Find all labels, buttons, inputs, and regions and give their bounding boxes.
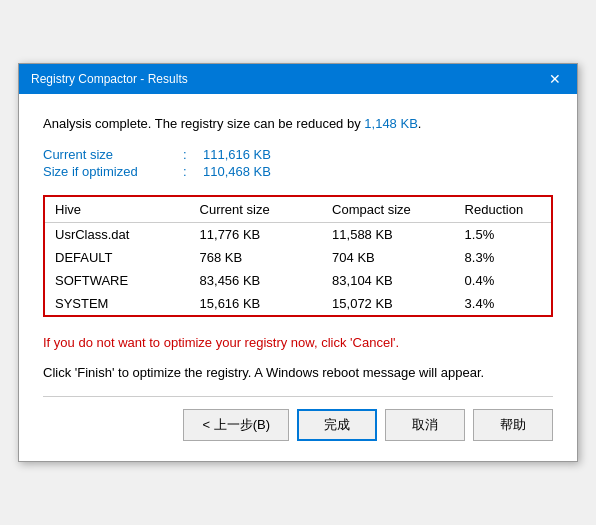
close-button[interactable]: ✕	[545, 69, 565, 89]
table-row: UsrClass.dat 11,776 KB 11,588 KB 1.5%	[45, 223, 551, 247]
button-bar: < 上一步(B) 完成 取消 帮助	[43, 409, 553, 445]
table-row: SOFTWARE 83,456 KB 83,104 KB 0.4%	[45, 269, 551, 292]
current-size-value: 111,616 KB	[203, 147, 271, 162]
current-cell: 11,776 KB	[190, 223, 323, 247]
note-block: If you do not want to optimize your regi…	[43, 333, 553, 382]
compact-cell: 15,072 KB	[322, 292, 455, 315]
reduction-cell: 8.3%	[455, 246, 551, 269]
current-size-label: Current size	[43, 147, 183, 162]
optimized-size-value: 110,468 KB	[203, 164, 271, 179]
reduction-cell: 3.4%	[455, 292, 551, 315]
optimized-size-colon: :	[183, 164, 203, 179]
back-button[interactable]: < 上一步(B)	[183, 409, 289, 441]
content-area: Analysis complete. The registry size can…	[19, 94, 577, 462]
current-cell: 83,456 KB	[190, 269, 323, 292]
compact-cell: 83,104 KB	[322, 269, 455, 292]
hive-table-container: Hive Current size Compact size Reduction…	[43, 195, 553, 317]
analysis-text: Analysis complete. The registry size can…	[43, 114, 553, 134]
cancel-note: If you do not want to optimize your regi…	[43, 333, 553, 353]
reduction-cell: 1.5%	[455, 223, 551, 247]
compact-cell: 704 KB	[322, 246, 455, 269]
current-size-colon: :	[183, 147, 203, 162]
reduction-cell: 0.4%	[455, 269, 551, 292]
optimized-size-row: Size if optimized : 110,468 KB	[43, 164, 553, 179]
table-row: DEFAULT 768 KB 704 KB 8.3%	[45, 246, 551, 269]
hive-table: Hive Current size Compact size Reduction…	[45, 197, 551, 315]
finish-button[interactable]: 完成	[297, 409, 377, 441]
hive-cell: SYSTEM	[45, 292, 190, 315]
current-size-row: Current size : 111,616 KB	[43, 147, 553, 162]
help-button[interactable]: 帮助	[473, 409, 553, 441]
window: Registry Compactor - Results ✕ Analysis …	[18, 63, 578, 463]
col-current-header: Current size	[190, 197, 323, 223]
col-compact-header: Compact size	[322, 197, 455, 223]
finish-note: Click 'Finish' to optimize the registry.…	[43, 363, 553, 383]
info-block: Current size : 111,616 KB Size if optimi…	[43, 147, 553, 179]
title-bar: Registry Compactor - Results ✕	[19, 64, 577, 94]
analysis-suffix: .	[418, 116, 422, 131]
col-reduction-header: Reduction	[455, 197, 551, 223]
analysis-prefix: Analysis complete. The registry size can…	[43, 116, 364, 131]
window-title: Registry Compactor - Results	[31, 72, 188, 86]
analysis-highlight: 1,148 KB	[364, 116, 418, 131]
optimized-size-label: Size if optimized	[43, 164, 183, 179]
hive-cell: SOFTWARE	[45, 269, 190, 292]
current-cell: 768 KB	[190, 246, 323, 269]
table-row: SYSTEM 15,616 KB 15,072 KB 3.4%	[45, 292, 551, 315]
cancel-button[interactable]: 取消	[385, 409, 465, 441]
col-hive-header: Hive	[45, 197, 190, 223]
table-header-row: Hive Current size Compact size Reduction	[45, 197, 551, 223]
divider	[43, 396, 553, 397]
hive-cell: DEFAULT	[45, 246, 190, 269]
compact-cell: 11,588 KB	[322, 223, 455, 247]
current-cell: 15,616 KB	[190, 292, 323, 315]
hive-cell: UsrClass.dat	[45, 223, 190, 247]
